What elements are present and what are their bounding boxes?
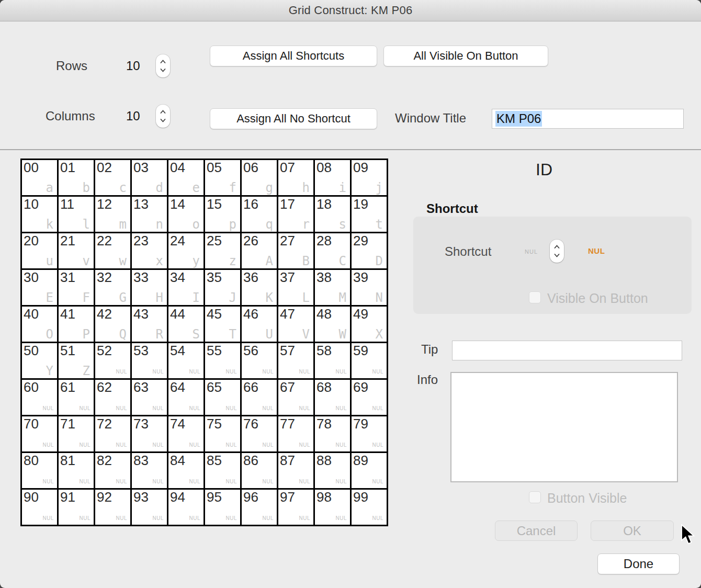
grid-cell-83[interactable]: 83NUL <box>132 453 167 488</box>
grid-cell-87[interactable]: 87NUL <box>278 453 313 488</box>
grid-cell-09[interactable]: 09j <box>352 160 387 195</box>
grid-cell-47[interactable]: 47V <box>278 307 313 342</box>
grid-cell-72[interactable]: 72NUL <box>95 416 130 451</box>
columns-stepper-up[interactable] <box>156 109 170 115</box>
columns-stepper[interactable] <box>156 105 170 128</box>
grid-cell-73[interactable]: 73NUL <box>132 416 167 451</box>
all-visible-on-button-button[interactable]: All Visible On Button <box>383 46 548 66</box>
grid-cell-80[interactable]: 80NUL <box>22 453 57 488</box>
grid-cell-44[interactable]: 44S <box>168 307 203 342</box>
grid-cell-02[interactable]: 02c <box>95 160 130 195</box>
grid-cell-69[interactable]: 69NUL <box>352 380 387 415</box>
grid-cell-89[interactable]: 89NUL <box>352 453 387 488</box>
grid-cell-24[interactable]: 24y <box>168 233 203 268</box>
grid-cell-58[interactable]: 58NUL <box>315 343 350 378</box>
grid-cell-14[interactable]: 14o <box>168 197 203 232</box>
grid-cell-13[interactable]: 13n <box>132 197 167 232</box>
grid-cell-30[interactable]: 30E <box>22 270 57 305</box>
grid-cell-42[interactable]: 42Q <box>95 307 130 342</box>
grid-cell-05[interactable]: 05f <box>205 160 240 195</box>
grid-cell-39[interactable]: 39N <box>352 270 387 305</box>
grid-cell-61[interactable]: 61NUL <box>59 380 94 415</box>
grid-cell-64[interactable]: 64NUL <box>168 380 203 415</box>
grid-cell-40[interactable]: 40O <box>22 307 57 342</box>
grid-cell-56[interactable]: 56NUL <box>242 343 277 378</box>
grid-cell-71[interactable]: 71NUL <box>59 416 94 451</box>
grid-cell-19[interactable]: 19t <box>352 197 387 232</box>
rows-stepper[interactable] <box>156 54 170 77</box>
shortcut-stepper[interactable] <box>550 240 564 263</box>
grid-cell-38[interactable]: 38M <box>315 270 350 305</box>
grid-cell-45[interactable]: 45T <box>205 307 240 342</box>
grid-cell-81[interactable]: 81NUL <box>59 453 94 488</box>
grid-cell-59[interactable]: 59NUL <box>352 343 387 378</box>
grid-cell-53[interactable]: 53NUL <box>132 343 167 378</box>
grid-cell-76[interactable]: 76NUL <box>242 416 277 451</box>
button-visible-checkbox[interactable] <box>529 491 541 503</box>
grid-cell-33[interactable]: 33H <box>132 270 167 305</box>
grid-cell-20[interactable]: 20u <box>22 233 57 268</box>
grid-cell-84[interactable]: 84NUL <box>168 453 203 488</box>
grid-cell-03[interactable]: 03d <box>132 160 167 195</box>
grid-cell-85[interactable]: 85NUL <box>205 453 240 488</box>
grid-cell-94[interactable]: 94NUL <box>168 490 203 525</box>
assign-all-no-shortcut-button[interactable]: Assign All No Shortcut <box>210 108 377 129</box>
grid-cell-10[interactable]: 10k <box>22 197 57 232</box>
grid-cell-90[interactable]: 90NUL <box>22 490 57 525</box>
grid-cell-86[interactable]: 86NUL <box>242 453 277 488</box>
shortcut-stepper-up[interactable] <box>550 244 564 250</box>
grid-cell-08[interactable]: 08i <box>315 160 350 195</box>
grid-cell-32[interactable]: 32G <box>95 270 130 305</box>
grid-cell-48[interactable]: 48W <box>315 307 350 342</box>
columns-stepper-down[interactable] <box>156 118 170 124</box>
grid-cell-43[interactable]: 43R <box>132 307 167 342</box>
grid-cell-96[interactable]: 96NUL <box>242 490 277 525</box>
grid-cell-37[interactable]: 37L <box>278 270 313 305</box>
grid-cell-92[interactable]: 92NUL <box>95 490 130 525</box>
grid-cell-93[interactable]: 93NUL <box>132 490 167 525</box>
grid-cell-12[interactable]: 12m <box>95 197 130 232</box>
grid-cell-60[interactable]: 60NUL <box>22 380 57 415</box>
grid-cell-17[interactable]: 17r <box>278 197 313 232</box>
grid-cell-51[interactable]: 51Z <box>59 343 94 378</box>
grid-cell-77[interactable]: 77NUL <box>278 416 313 451</box>
rows-stepper-up[interactable] <box>156 59 170 65</box>
grid-cell-41[interactable]: 41P <box>59 307 94 342</box>
grid-cell-78[interactable]: 78NUL <box>315 416 350 451</box>
grid-cell-66[interactable]: 66NUL <box>242 380 277 415</box>
grid-cell-95[interactable]: 95NUL <box>205 490 240 525</box>
grid-cell-82[interactable]: 82NUL <box>95 453 130 488</box>
grid-cell-36[interactable]: 36K <box>242 270 277 305</box>
grid-cell-62[interactable]: 62NUL <box>95 380 130 415</box>
visible-on-button-checkbox[interactable] <box>529 291 541 303</box>
rows-stepper-down[interactable] <box>156 67 170 74</box>
grid-cell-46[interactable]: 46U <box>242 307 277 342</box>
grid-cell-99[interactable]: 99NUL <box>352 490 387 525</box>
grid-cell-23[interactable]: 23x <box>132 233 167 268</box>
grid-cell-74[interactable]: 74NUL <box>168 416 203 451</box>
grid-cell-04[interactable]: 04e <box>168 160 203 195</box>
grid-cell-35[interactable]: 35J <box>205 270 240 305</box>
grid-cell-29[interactable]: 29D <box>352 233 387 268</box>
grid-cell-63[interactable]: 63NUL <box>132 380 167 415</box>
grid-cell-52[interactable]: 52NUL <box>95 343 130 378</box>
grid-cell-07[interactable]: 07h <box>278 160 313 195</box>
cancel-button[interactable]: Cancel <box>495 521 578 541</box>
grid-cell-11[interactable]: 11l <box>59 197 94 232</box>
grid-cell-65[interactable]: 65NUL <box>205 380 240 415</box>
grid-cell-91[interactable]: 91NUL <box>59 490 94 525</box>
grid-cell-88[interactable]: 88NUL <box>315 453 350 488</box>
grid-cell-18[interactable]: 18s <box>315 197 350 232</box>
grid-cell-68[interactable]: 68NUL <box>315 380 350 415</box>
window-title-input[interactable]: KM P06 <box>492 109 684 129</box>
grid-cell-75[interactable]: 75NUL <box>205 416 240 451</box>
grid-cell-34[interactable]: 34I <box>168 270 203 305</box>
shortcut-stepper-down[interactable] <box>550 253 564 259</box>
info-textarea[interactable] <box>450 372 678 482</box>
grid-cell-55[interactable]: 55NUL <box>205 343 240 378</box>
grid-cell-97[interactable]: 97NUL <box>278 490 313 525</box>
grid-cell-50[interactable]: 50Y <box>22 343 57 378</box>
tip-input[interactable] <box>452 341 682 360</box>
grid-cell-67[interactable]: 67NUL <box>278 380 313 415</box>
grid-cell-22[interactable]: 22w <box>95 233 130 268</box>
